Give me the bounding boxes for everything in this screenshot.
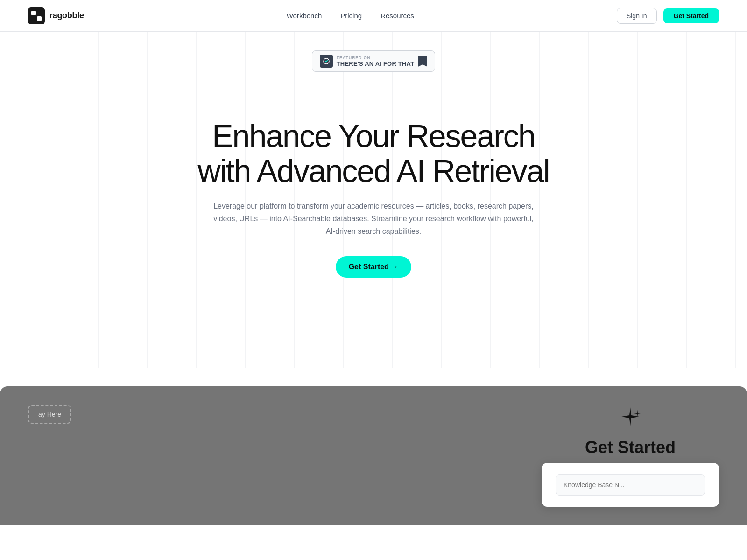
featured-badge: FEATURED ON THERE'S AN AI FOR THAT <box>312 50 436 72</box>
hero-content: Enhance Your Research with Advanced AI R… <box>179 119 568 278</box>
nav-workbench[interactable]: Workbench <box>287 12 322 20</box>
sparkle-icon <box>619 405 642 432</box>
badge-app-name: THERE'S AN AI FOR THAT <box>337 60 415 67</box>
bottom-left: ay Here <box>28 405 71 424</box>
hero-subtitle: Leverage our platform to transform your … <box>210 200 537 238</box>
logo-dot <box>39 11 42 13</box>
hero-cta-button[interactable]: Get Started → <box>336 256 412 278</box>
badge-text: FEATURED ON THERE'S AN AI FOR THAT <box>337 56 415 67</box>
nav-pricing[interactable]: Pricing <box>340 12 362 20</box>
bottom-right: Get Started <box>542 405 719 507</box>
navbar-actions: Sign In Get Started <box>617 8 719 24</box>
drag-here-box[interactable]: ay Here <box>28 405 71 424</box>
badge-featured-label: FEATURED ON <box>337 56 415 60</box>
knowledge-base-input[interactable] <box>556 474 705 496</box>
signin-button[interactable]: Sign In <box>617 8 657 24</box>
badge-content: FEATURED ON THERE'S AN AI FOR THAT <box>312 50 436 72</box>
hero-title: Enhance Your Research with Advanced AI R… <box>197 119 549 189</box>
hero-title-line2: with Advanced AI Retrieval <box>197 153 549 189</box>
drag-here-label: ay Here <box>38 411 61 418</box>
getstarted-button-nav[interactable]: Get Started <box>663 8 719 23</box>
logo-name: ragobble <box>49 11 84 21</box>
badge-bookmark-icon <box>418 56 427 67</box>
logo-link[interactable]: ragobble <box>28 7 84 24</box>
logo-icon <box>28 7 45 24</box>
badge-icon <box>320 55 333 68</box>
bottom-section: ay Here Get Started <box>0 386 747 525</box>
nav-resources[interactable]: Resources <box>381 12 414 20</box>
navbar: ragobble Workbench Pricing Resources Sig… <box>0 0 747 32</box>
hero-title-line1: Enhance Your Research <box>212 118 535 154</box>
nav-links: Workbench Pricing Resources <box>287 12 414 20</box>
bottom-card <box>542 463 719 507</box>
hero-section: FEATURED ON THERE'S AN AI FOR THAT Enhan… <box>0 32 747 368</box>
bottom-get-started-label: Get Started <box>585 438 676 457</box>
hero-cta: Get Started → <box>197 256 549 278</box>
